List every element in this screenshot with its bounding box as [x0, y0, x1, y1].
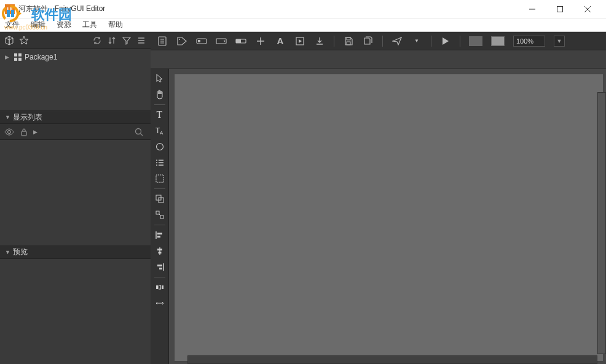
align-left-icon[interactable] — [152, 228, 167, 242]
publish-dropdown-icon[interactable]: ▼ — [411, 36, 422, 47]
svg-text:A: A — [160, 130, 163, 136]
import-icon[interactable] — [314, 36, 325, 47]
fg-color-swatch[interactable] — [491, 36, 505, 46]
expand-arrow-icon[interactable]: ▶ — [5, 54, 11, 60]
preview-content — [0, 259, 151, 365]
toolbar-separator — [334, 36, 334, 47]
menu-edit[interactable]: 编辑 — [31, 20, 45, 30]
page-icon[interactable] — [157, 36, 168, 47]
preview-title: 预览 — [13, 247, 28, 257]
vertical-scrollbar[interactable] — [597, 92, 606, 354]
plus-icon[interactable] — [255, 36, 266, 47]
library-tree[interactable]: ▶ Package1 — [0, 49, 151, 110]
sort-icon[interactable] — [106, 35, 117, 46]
display-list-header[interactable]: ▼ 显示列表 — [0, 110, 151, 124]
horizontal-scrollbar[interactable] — [187, 355, 597, 364]
lock-icon[interactable] — [18, 126, 30, 137]
movie-icon[interactable] — [294, 36, 305, 47]
document-tab-bar[interactable] — [151, 50, 606, 69]
package-item[interactable]: ▶ Package1 — [5, 52, 146, 63]
text-a-icon[interactable]: A — [275, 36, 286, 47]
distribute-h-icon[interactable] — [152, 280, 167, 295]
package-label: Package1 — [25, 53, 57, 61]
same-width-icon[interactable] — [152, 296, 167, 311]
minimize-button[interactable] — [518, 0, 546, 18]
svg-rect-15 — [22, 131, 26, 136]
search-icon[interactable] — [131, 128, 147, 136]
svg-rect-42 — [156, 175, 163, 182]
bg-color-swatch[interactable] — [469, 36, 482, 46]
loader-tool-icon[interactable] — [152, 171, 167, 186]
preview-header[interactable]: ▼ 预览 — [0, 246, 151, 259]
menu-file[interactable]: 文件 — [5, 20, 20, 30]
save-icon[interactable] — [343, 36, 354, 47]
svg-point-40 — [156, 165, 157, 166]
expand-arrow-icon[interactable]: ▶ — [33, 129, 39, 135]
svg-rect-45 — [156, 211, 159, 214]
zoom-dropdown[interactable]: ▼ — [554, 36, 565, 47]
library-toolbar — [0, 32, 151, 49]
align-center-h-icon[interactable] — [152, 244, 167, 258]
svg-line-47 — [159, 214, 160, 215]
menu-icon[interactable] — [136, 35, 147, 46]
richtext-tool-icon[interactable]: TA — [152, 123, 167, 138]
tag-icon[interactable] — [176, 36, 187, 47]
canvas-area[interactable] — [174, 74, 604, 362]
toolbar-separator — [431, 36, 431, 47]
hand-tool-icon[interactable] — [152, 87, 167, 102]
group-tool-icon[interactable] — [152, 192, 167, 206]
svg-point-16 — [136, 128, 141, 134]
svg-rect-55 — [157, 265, 162, 266]
svg-rect-50 — [157, 236, 160, 238]
window-titlebar: UI 河东软件 - FairyGUI Editor — [0, 0, 606, 18]
list-tool-icon[interactable] — [152, 155, 167, 170]
window-title: 河东软件 - FairyGUI Editor — [18, 4, 518, 14]
svg-rect-24 — [198, 40, 200, 42]
svg-rect-27 — [236, 39, 241, 43]
menu-tools[interactable]: 工具 — [82, 20, 97, 30]
button-icon[interactable] — [196, 36, 207, 47]
svg-point-22 — [179, 39, 180, 40]
menu-resource[interactable]: 资源 — [57, 20, 71, 30]
refresh-icon[interactable] — [92, 35, 103, 46]
menu-help[interactable]: 帮助 — [108, 20, 123, 30]
collapse-icon: ▼ — [5, 249, 10, 255]
svg-rect-46 — [160, 215, 163, 219]
svg-rect-56 — [159, 268, 162, 269]
zoom-input[interactable]: 100% — [513, 36, 545, 47]
svg-rect-4 — [557, 6, 562, 12]
svg-rect-12 — [14, 58, 17, 61]
shape-tool-icon[interactable] — [152, 139, 167, 154]
text-tool-icon[interactable]: T — [152, 107, 167, 122]
svg-line-17 — [141, 133, 143, 136]
star-icon[interactable] — [18, 35, 30, 46]
tool-separator — [154, 225, 165, 225]
publish-icon[interactable] — [392, 36, 403, 47]
close-button[interactable] — [573, 0, 601, 18]
left-panel: ▶ Package1 ▼ 显示列表 ▶ — [0, 32, 151, 364]
play-icon[interactable] — [440, 36, 451, 47]
filter-icon[interactable] — [121, 35, 132, 46]
svg-rect-59 — [162, 285, 163, 289]
menu-bar: 文件 编辑 资源 工具 帮助 — [0, 18, 606, 32]
progress-icon[interactable] — [235, 36, 246, 47]
save-all-icon[interactable] — [363, 36, 374, 47]
svg-rect-10 — [14, 53, 17, 56]
svg-rect-11 — [18, 53, 22, 56]
eye-icon[interactable] — [4, 126, 15, 137]
package-icon — [14, 53, 22, 61]
display-list-content[interactable] — [0, 140, 151, 246]
svg-point-35 — [156, 144, 163, 150]
center-panel: A ▼ 100% ▼ T TA — [151, 32, 606, 364]
combo-icon[interactable] — [216, 36, 227, 47]
side-toolbar: T TA — [151, 69, 169, 364]
collapse-icon: ▼ — [5, 114, 10, 120]
select-tool-icon[interactable] — [152, 71, 167, 86]
align-right-icon[interactable] — [152, 260, 167, 274]
maximize-button[interactable] — [546, 0, 573, 18]
svg-point-14 — [8, 130, 11, 133]
relation-tool-icon[interactable] — [152, 207, 167, 222]
svg-point-36 — [156, 160, 157, 161]
svg-rect-58 — [159, 285, 160, 289]
cube-icon[interactable] — [4, 35, 15, 46]
